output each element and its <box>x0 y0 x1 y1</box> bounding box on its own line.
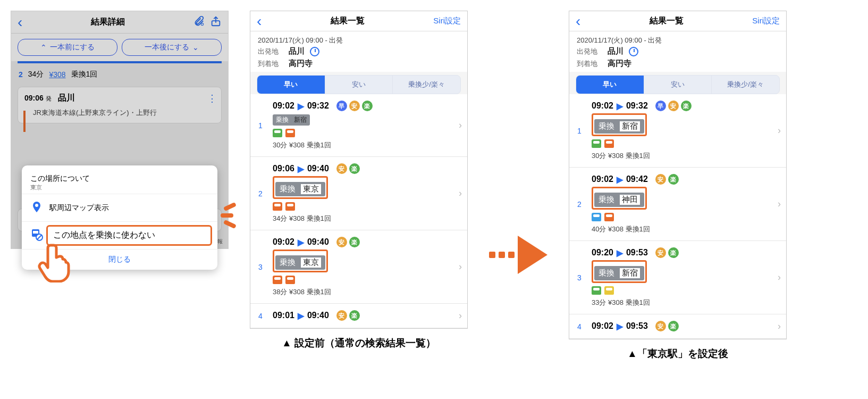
siri-settings-button[interactable]: Siri設定 <box>433 16 461 26</box>
emphasis-spark-icon <box>221 203 233 228</box>
badge: 楽 <box>681 101 692 111</box>
svg-point-2 <box>35 204 38 207</box>
train-icon <box>592 139 601 148</box>
time-range: 09:20▶09:53安楽 <box>592 247 772 258</box>
result-summary: 38分 ¥308 乗換1回 <box>273 287 453 297</box>
search-datetime: 2020/11/17(火) 09:00 - 出発 <box>577 36 779 45</box>
train-icon <box>604 213 614 221</box>
result-row[interactable]: 109:02▶09:32早安楽乗換新宿30分 ¥308 乗換1回› <box>569 94 786 168</box>
time-range: 09:02▶09:40安楽 <box>273 237 453 247</box>
filter-easy[interactable]: 乗換少/楽々 <box>711 76 779 94</box>
badge: 楽 <box>362 101 373 111</box>
page-title: 結果一覧 <box>650 15 684 27</box>
train-icon <box>273 202 282 211</box>
train-icons <box>273 129 453 137</box>
train-icon <box>285 202 295 211</box>
back-button[interactable] <box>18 18 22 27</box>
back-button[interactable] <box>257 16 262 26</box>
result-row[interactable]: 409:01▶09:40安楽› <box>250 304 467 328</box>
next-departure-button[interactable]: 一本後にする <box>122 39 222 56</box>
badge: 安 <box>655 321 666 331</box>
train-icon <box>592 213 601 221</box>
back-button[interactable] <box>576 16 580 26</box>
time-range: 09:01▶09:40安楽 <box>273 310 453 321</box>
train-icon <box>285 276 295 284</box>
triangle-icon: ▶ <box>298 101 304 111</box>
result-row[interactable]: 209:06▶09:40安楽乗換東京34分 ¥308 乗換1回› <box>250 157 467 230</box>
badge: 早 <box>336 101 347 111</box>
filter-cheap[interactable]: 安い <box>644 76 712 94</box>
triangle-icon: ▶ <box>617 101 623 111</box>
triangle-icon: ▶ <box>617 321 623 331</box>
transfer-chip: 乗換新宿 <box>273 114 310 126</box>
badge: 安 <box>336 310 347 321</box>
kebab-icon[interactable]: ⋮ <box>207 93 216 104</box>
sheet-place: 東京 <box>30 184 209 192</box>
transition-arrow-icon <box>489 236 547 274</box>
badge: 楽 <box>349 310 360 321</box>
train-icon <box>592 286 601 295</box>
result-index: 2 <box>254 189 267 198</box>
filter-easy[interactable]: 乗換少/楽々 <box>392 76 460 94</box>
siri-settings-button[interactable]: Siri設定 <box>752 16 780 26</box>
caption-before: ▲ 設定前（通常の検索結果一覧） <box>282 336 436 350</box>
train-icon <box>273 129 282 137</box>
chevron-right-icon: › <box>778 272 781 283</box>
sheet-title: この場所について <box>30 174 209 184</box>
tab-indicator <box>18 61 222 63</box>
navbar: 結果詳細 <box>11 11 228 34</box>
result-row[interactable]: 109:02▶09:32早安楽乗換新宿30分 ¥308 乗換1回› <box>250 94 467 157</box>
chevron-down-icon <box>192 43 199 52</box>
result-index: 2 <box>572 200 586 209</box>
detail-screen: 結果詳細 一本前にする 一本後にする 2 34分 ¥308 乗換1回 ⋮ 09:… <box>11 11 229 249</box>
page-title: 結果一覧 <box>331 15 365 27</box>
fare-link[interactable]: ¥308 <box>49 70 65 79</box>
badge: 楽 <box>349 237 360 247</box>
chevron-right-icon: › <box>459 120 462 131</box>
line-color-bar <box>23 111 26 132</box>
result-summary: 40分 ¥308 乗換1回 <box>592 225 772 234</box>
result-summary: 30分 ¥308 乗換1回 <box>592 151 772 161</box>
attach-icon[interactable] <box>193 15 205 29</box>
transfer-chip: 乗換新宿 <box>594 266 644 280</box>
badge: 安 <box>336 163 347 174</box>
transfer-chip: 乗換東京 <box>275 182 325 196</box>
clock-icon[interactable] <box>310 47 319 56</box>
time-range: 09:02▶09:42安楽 <box>592 174 772 185</box>
result-row[interactable]: 309:02▶09:40安楽乗換東京38分 ¥308 乗換1回› <box>250 230 467 304</box>
chevron-right-icon: › <box>778 198 781 210</box>
filter-fast[interactable]: 早い <box>257 76 325 94</box>
clock-icon[interactable] <box>629 47 638 56</box>
result-index: 1 <box>254 121 267 130</box>
badge: 早 <box>655 101 666 111</box>
result-index: 3 <box>572 273 586 282</box>
chevron-right-icon: › <box>459 188 462 199</box>
caption-after: ▲「東京駅」を設定後 <box>627 347 728 361</box>
result-index: 4 <box>572 322 586 331</box>
sheet-item-map[interactable]: 駅周辺マップ表示 <box>22 194 217 221</box>
result-row[interactable]: 309:20▶09:53安楽乗換新宿33分 ¥308 乗換1回› <box>569 241 786 314</box>
share-icon[interactable] <box>210 15 222 29</box>
result-summary: 34分 ¥308 乗換1回 <box>273 214 453 223</box>
badge: 安 <box>655 174 666 185</box>
filter-fast[interactable]: 早い <box>576 76 644 94</box>
result-row[interactable]: 209:02▶09:42安楽乗換神田40分 ¥308 乗換1回› <box>569 168 786 241</box>
tap-hand-icon <box>38 240 75 284</box>
triangle-icon: ▶ <box>298 164 304 174</box>
result-index: 3 <box>254 263 267 271</box>
chevron-right-icon: › <box>459 261 462 272</box>
prev-departure-button[interactable]: 一本前にする <box>18 39 117 56</box>
badge: 安 <box>349 101 360 111</box>
train-icon <box>273 276 282 284</box>
badge: 安 <box>655 247 666 258</box>
transfer-chip: 乗換神田 <box>594 193 644 207</box>
time-range: 09:02▶09:53安楽 <box>592 321 772 331</box>
chevron-right-icon: › <box>459 310 462 321</box>
sort-filter-bar: 早い 安い 乗換少/楽々 <box>576 75 780 94</box>
results-list: 109:02▶09:32早安楽乗換新宿30分 ¥308 乗換1回›209:02▶… <box>569 94 786 339</box>
result-row[interactable]: 409:02▶09:53安楽› <box>569 314 786 339</box>
results-after-screen: 結果一覧 Siri設定 2020/11/17(火) 09:00 - 出発 出発地… <box>569 11 787 339</box>
map-pin-icon <box>30 201 43 215</box>
badge: 楽 <box>668 174 679 185</box>
filter-cheap[interactable]: 安い <box>325 76 393 94</box>
